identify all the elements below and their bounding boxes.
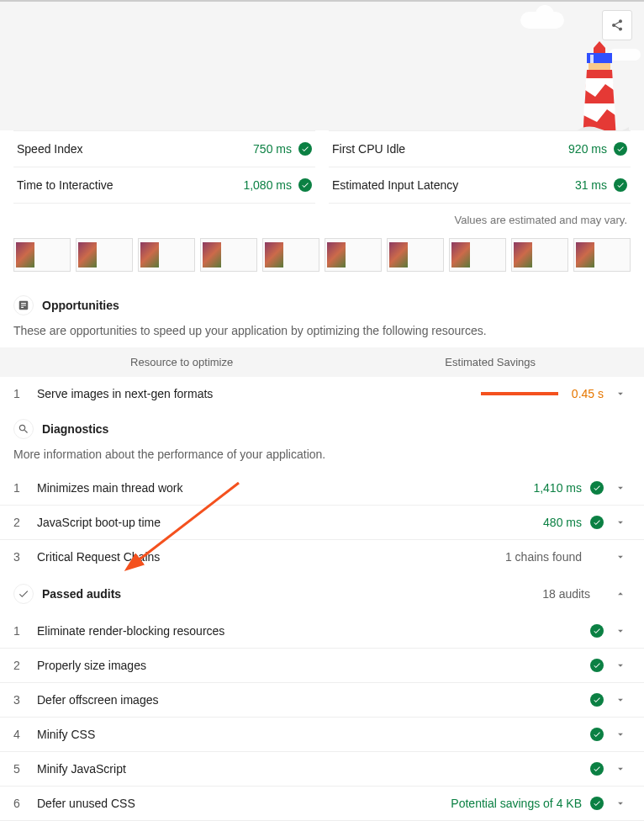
svg-rect-2 — [590, 55, 594, 63]
lighthouse-icon — [570, 38, 629, 130]
pass-icon — [614, 178, 627, 192]
filmstrip-frame — [76, 238, 133, 272]
diagnostics-desc: More information about the performance o… — [0, 448, 644, 471]
share-icon — [610, 19, 624, 32]
thumbnail — [327, 242, 346, 267]
audit-title: Minify JavaScript — [37, 762, 582, 776]
metric-value: 920 ms — [568, 142, 627, 156]
filmstrip-frame — [138, 238, 195, 272]
metric-value: 750 ms — [253, 142, 312, 156]
passed-audit-row[interactable]: 4 Minify CSS — [0, 718, 644, 752]
chevron-down-icon[interactable] — [610, 797, 631, 809]
opportunities-columns: Resource to optimize Estimated Savings — [0, 347, 644, 377]
audit-title: Serve images in next-gen formats — [37, 387, 481, 400]
section-title: Passed audits — [42, 587, 121, 601]
col-resource: Resource to optimize — [13, 356, 350, 368]
audit-title: JavaScript boot-up time — [37, 516, 543, 529]
pass-icon — [298, 142, 312, 156]
pass-icon — [590, 797, 604, 810]
audit-number: 1 — [13, 387, 37, 400]
pass-icon — [298, 178, 312, 192]
thumbnail — [16, 242, 34, 267]
metric-row: First CPU Idle 920 ms — [329, 130, 631, 167]
audit-note: Potential savings of 4 KB — [451, 797, 582, 810]
pass-icon — [590, 728, 604, 741]
chevron-down-icon[interactable] — [610, 388, 631, 400]
share-button[interactable] — [602, 10, 632, 40]
passed-audit-row[interactable]: 3 Defer offscreen images — [0, 683, 644, 718]
passed-audit-row[interactable]: 2 Properly size images — [0, 649, 644, 683]
metrics-grid: Speed Index 750 ms Time to Interactive 1… — [0, 130, 644, 204]
passed-audit-row[interactable]: 6 Defer unused CSS Potential savings of … — [0, 787, 644, 821]
metric-label: Speed Index — [17, 142, 83, 156]
audit-title: Defer offscreen images — [37, 693, 582, 707]
opportunities-header: Opportunities — [0, 287, 644, 324]
pass-icon — [590, 481, 604, 495]
thumbnail — [514, 242, 532, 267]
section-title: Diagnostics — [42, 422, 108, 436]
chevron-down-icon[interactable] — [610, 659, 631, 671]
pass-icon — [590, 624, 604, 638]
filmstrip-frame — [200, 238, 257, 272]
diagnostics-header: Diagnostics — [0, 410, 644, 448]
pass-icon — [590, 693, 604, 707]
col-savings: Estimated Savings — [350, 356, 631, 368]
audit-number: 1 — [13, 481, 37, 495]
metric-label: First CPU Idle — [332, 142, 405, 156]
audit-number: 5 — [13, 762, 37, 776]
thumbnail — [203, 242, 221, 267]
section-title: Opportunities — [42, 299, 119, 312]
audit-number: 3 — [13, 693, 37, 707]
savings-bar — [481, 392, 558, 395]
metric-value: 1,080 ms — [243, 178, 312, 192]
passed-audit-row[interactable]: 1 Eliminate render-blocking resources — [0, 614, 644, 649]
thumbnail — [265, 242, 283, 267]
audit-title: Minimizes main thread work — [37, 481, 533, 495]
audit-title: Minify CSS — [37, 728, 582, 741]
filmstrip-frame — [325, 238, 382, 272]
filmstrip-frame — [573, 238, 631, 272]
chevron-up-icon[interactable] — [610, 588, 631, 600]
filmstrip-frame — [449, 238, 506, 272]
filmstrip-frame — [387, 238, 444, 272]
audit-number: 3 — [13, 550, 37, 564]
diagnostic-row[interactable]: 1 Minimizes main thread work 1,410 ms — [0, 471, 644, 506]
opportunities-desc: These are opportunities to speed up your… — [0, 324, 644, 347]
thumbnail — [389, 242, 408, 267]
audit-number: 2 — [13, 516, 37, 529]
cloud-icon — [520, 12, 564, 29]
diagnostic-row[interactable]: 3 Critical Request Chains 1 chains found — [0, 540, 644, 574]
diagnostic-row[interactable]: 2 JavaScript boot-up time 480 ms — [0, 506, 644, 540]
metric-row: Estimated Input Latency 31 ms — [329, 167, 631, 204]
chevron-down-icon[interactable] — [610, 482, 631, 494]
svg-marker-6 — [594, 41, 605, 53]
metric-row: Time to Interactive 1,080 ms — [13, 167, 315, 204]
passed-audits-header[interactable]: Passed audits 18 audits — [0, 574, 644, 614]
audit-title: Eliminate render-blocking resources — [37, 624, 582, 638]
svg-rect-1 — [589, 63, 610, 70]
report-header — [0, 0, 644, 130]
chevron-down-icon[interactable] — [610, 625, 631, 637]
diagnostic-value: 1 chains found — [505, 550, 582, 564]
thumbnail — [140, 242, 159, 267]
opportunities-icon — [13, 295, 34, 315]
filmstrip-frame — [262, 238, 319, 272]
chevron-down-icon[interactable] — [610, 516, 631, 528]
chevron-down-icon[interactable] — [610, 763, 631, 775]
search-icon — [13, 419, 34, 439]
metric-label: Time to Interactive — [17, 178, 113, 192]
savings-value: 0.45 s — [572, 387, 604, 400]
passed-audit-row[interactable]: 5 Minify JavaScript — [0, 752, 644, 787]
audit-title: Defer unused CSS — [37, 797, 451, 810]
pass-icon — [590, 659, 604, 672]
metric-label: Estimated Input Latency — [332, 178, 458, 192]
audit-number: 1 — [13, 624, 37, 638]
metric-row: Speed Index 750 ms — [13, 130, 315, 167]
chevron-down-icon[interactable] — [610, 694, 631, 706]
thumbnail — [78, 242, 97, 267]
check-icon — [13, 584, 34, 604]
chevron-down-icon[interactable] — [610, 728, 631, 740]
opportunity-row[interactable]: 1 Serve images in next-gen formats 0.45 … — [0, 377, 644, 410]
filmstrip-frame — [511, 238, 568, 272]
chevron-down-icon[interactable] — [610, 551, 631, 563]
